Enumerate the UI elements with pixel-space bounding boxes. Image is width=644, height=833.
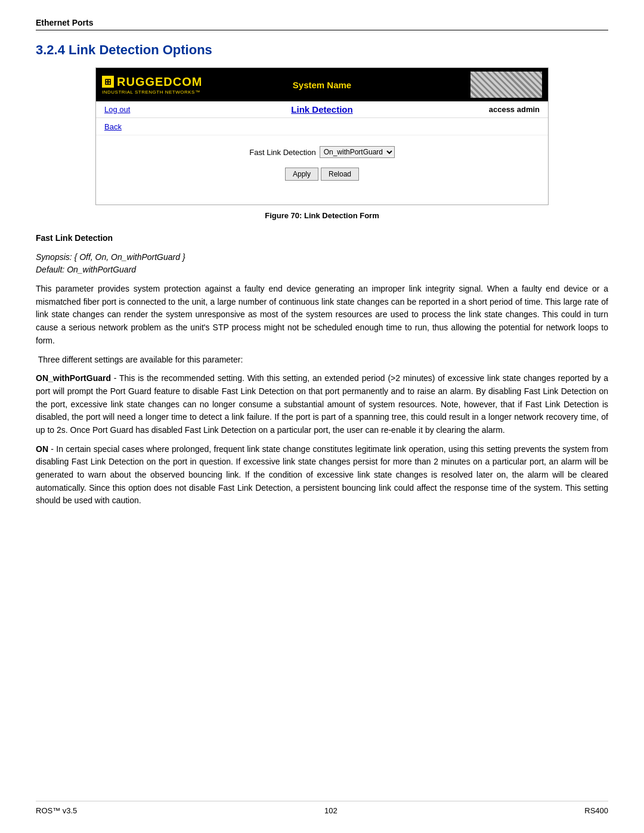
footer-right: RS400 — [584, 806, 608, 815]
fast-link-detection-select[interactable]: Off On On_withPortGuard — [320, 146, 395, 158]
on-label: ON — [36, 444, 48, 454]
page-header: Ethernet Ports — [36, 18, 608, 30]
on-with-portguard-text: - This is the recommended setting. With … — [36, 373, 608, 435]
section-heading: 3.2.4 Link Detection Options — [36, 42, 608, 58]
synopsis-text: Synopsis: { Off, On, On_withPortGuard } — [36, 252, 185, 262]
content-section: Fast Link Detection Synopsis: { Off, On,… — [36, 232, 608, 507]
page-footer: ROS™ v3.5 102 RS400 — [36, 801, 608, 815]
system-name-label: System Name — [293, 80, 351, 90]
fast-link-row: Fast Link Detection Off On On_withPortGu… — [104, 146, 540, 158]
hatch-pattern — [470, 72, 542, 98]
figure-caption: Figure 70: Link Detection Form — [36, 211, 608, 220]
on-text: - In certain special cases where prolong… — [36, 444, 608, 506]
fast-link-detection-label: Fast Link Detection — [249, 148, 315, 157]
on-with-portguard-paragraph: ON_withPortGuard - This is the recommend… — [36, 372, 608, 436]
ui-frame: ⊞ RUGGEDCOM INDUSTRIAL STRENGTH NETWORKS… — [95, 67, 549, 205]
footer-left: ROS™ v3.5 — [36, 806, 77, 815]
ui-navbar: Log out Link Detection access admin — [96, 101, 548, 118]
ui-back-row: Back — [96, 118, 548, 135]
ui-content: Fast Link Detection Off On On_withPortGu… — [96, 135, 548, 205]
ruggedcom-logo: ⊞ RUGGEDCOM INDUSTRIAL STRENGTH NETWORKS… — [102, 75, 202, 95]
default-text: Default: On_withPortGuard — [36, 265, 136, 274]
logout-link[interactable]: Log out — [104, 105, 130, 114]
footer-center: 102 — [324, 806, 338, 815]
on-with-portguard-label: ON_withPortGuard — [36, 373, 111, 383]
reload-button[interactable]: Reload — [321, 168, 359, 181]
paragraph2: Three different settings are available f… — [36, 354, 608, 367]
page-title-link[interactable]: Link Detection — [291, 104, 352, 114]
apply-button[interactable]: Apply — [285, 168, 318, 181]
access-label: access admin — [489, 105, 540, 114]
fast-link-section-heading: Fast Link Detection — [36, 233, 113, 243]
header-title: Ethernet Ports — [36, 18, 93, 27]
paragraph1: This parameter provides system protectio… — [36, 283, 608, 347]
logo-subtitle: INDUSTRIAL STRENGTH NETWORKS™ — [102, 89, 200, 95]
btn-row: Apply Reload — [104, 168, 540, 181]
logo-main-text: RUGGEDCOM — [117, 75, 202, 89]
logo-box-icon: ⊞ — [102, 76, 114, 88]
ui-topbar: ⊞ RUGGEDCOM INDUSTRIAL STRENGTH NETWORKS… — [96, 68, 548, 101]
on-paragraph: ON - In certain special cases where prol… — [36, 443, 608, 507]
back-link[interactable]: Back — [104, 122, 122, 131]
